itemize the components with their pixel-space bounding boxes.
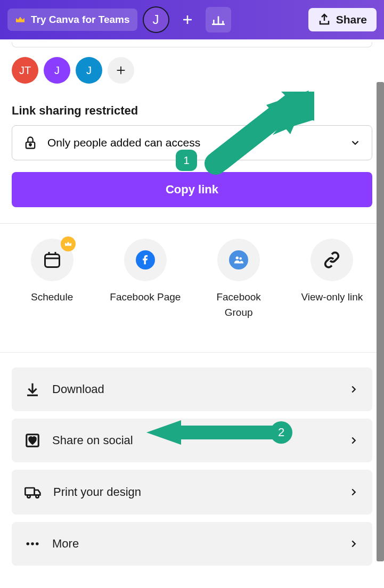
upload-icon — [318, 13, 331, 26]
download-icon — [24, 381, 40, 397]
share-option-label: Schedule — [31, 290, 73, 305]
chevron-right-icon — [348, 383, 360, 395]
more-button[interactable]: More — [12, 522, 372, 566]
chevron-right-icon — [348, 538, 360, 550]
try-teams-label: Try Canva for Teams — [31, 14, 130, 26]
copy-link-button[interactable]: Copy link — [12, 172, 372, 207]
share-option-facebook-group[interactable]: Facebook Group — [193, 239, 284, 320]
truck-icon — [24, 484, 42, 501]
plus-icon — [115, 64, 127, 76]
download-button[interactable]: Download — [12, 368, 372, 411]
chevron-right-icon — [348, 486, 360, 498]
link-icon — [322, 250, 341, 270]
share-label: Share — [336, 13, 367, 26]
try-teams-button[interactable]: Try Canva for Teams — [7, 9, 137, 31]
share-on-social-button[interactable]: Share on social — [12, 419, 372, 462]
collaborator-avatar[interactable]: J — [76, 57, 102, 84]
collaborator-avatar[interactable]: J — [44, 57, 70, 84]
share-option-view-only[interactable]: View-only link — [287, 239, 377, 320]
plus-icon — [181, 13, 194, 26]
print-design-button[interactable]: Print your design — [12, 470, 372, 514]
action-label: More — [52, 537, 79, 551]
add-button[interactable] — [175, 7, 200, 32]
scrollbar[interactable] — [377, 82, 384, 561]
analytics-button[interactable] — [206, 7, 231, 32]
svg-point-24 — [31, 542, 34, 545]
link-icon-wrapper — [311, 239, 353, 281]
action-label: Download — [52, 382, 104, 396]
crown-icon — [64, 241, 72, 247]
share-option-label: Facebook Page — [110, 290, 181, 305]
svg-rect-20 — [25, 488, 34, 495]
group-icon — [229, 250, 248, 270]
collaborator-avatar[interactable]: JT — [12, 57, 38, 84]
share-destinations: Schedule Facebook Page — [0, 224, 384, 336]
user-avatar[interactable]: J — [143, 6, 169, 33]
action-label: Print your design — [53, 485, 141, 499]
calendar-icon — [43, 250, 62, 270]
annotation-arrow-1 — [202, 86, 317, 174]
annotation-badge-1: 1 — [176, 150, 197, 171]
facebook-icon — [136, 250, 155, 270]
chevron-right-icon — [348, 435, 360, 446]
share-button[interactable]: Share — [308, 8, 377, 31]
access-label: Only people added can access — [47, 136, 200, 149]
collaborators-row: JT J J — [0, 47, 384, 93]
lock-icon — [23, 135, 38, 150]
chevron-down-icon — [349, 137, 361, 149]
share-option-facebook-page[interactable]: Facebook Page — [100, 239, 191, 320]
link-sharing-title: Link sharing restricted — [0, 93, 384, 125]
facebook-group-icon-wrapper — [217, 239, 260, 281]
app-header: Try Canva for Teams J Share — [0, 0, 384, 39]
divider — [0, 352, 384, 353]
add-collaborator-button[interactable] — [108, 57, 134, 84]
share-option-schedule[interactable]: Schedule — [7, 239, 97, 320]
premium-badge — [61, 236, 76, 251]
svg-point-16 — [240, 257, 242, 260]
copy-link-label: Copy link — [166, 183, 218, 196]
svg-point-25 — [36, 542, 39, 545]
share-option-label: View-only link — [301, 290, 363, 305]
annotation-badge-2: 2 — [270, 421, 292, 444]
share-panel: JT J J Link sharing restricted Only peop… — [0, 39, 384, 588]
heart-icon — [24, 432, 40, 448]
share-option-label: Facebook Group — [216, 290, 260, 320]
chart-icon — [211, 13, 225, 27]
input-bottom-edge — [12, 42, 372, 47]
svg-point-15 — [236, 257, 239, 260]
crown-icon — [15, 15, 26, 24]
facebook-page-icon-wrapper — [124, 239, 167, 281]
action-label: Share on social — [52, 434, 133, 447]
svg-point-23 — [27, 542, 30, 545]
svg-point-22 — [36, 495, 38, 497]
dots-icon — [24, 536, 40, 552]
avatar-initial: J — [153, 12, 159, 27]
svg-rect-11 — [45, 255, 59, 267]
svg-point-21 — [27, 495, 30, 497]
action-list: Download Share on social Print — [0, 368, 384, 577]
schedule-icon-wrapper — [31, 239, 73, 281]
